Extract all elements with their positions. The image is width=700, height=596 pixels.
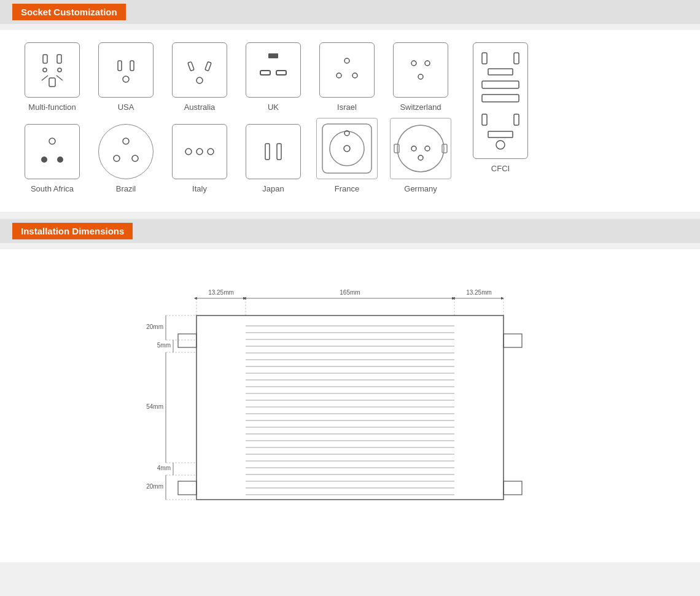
svg-point-25 [123,138,129,144]
svg-point-21 [418,74,423,79]
israel-icon [325,48,368,91]
socket-section-bar: Socket Customization [0,0,700,24]
svg-point-42 [418,155,423,160]
svg-point-19 [411,61,416,66]
socket-brazil: Brazil [92,124,160,193]
svg-rect-1 [57,55,61,63]
svg-point-17 [336,73,341,78]
svg-rect-47 [482,95,519,102]
germany-label: Germany [404,184,437,193]
australia-label: Australia [184,103,216,112]
svg-rect-14 [260,71,270,75]
svg-point-41 [425,146,430,151]
socket-italy: Italy [166,124,233,193]
multifunction-label: Multi-function [28,103,76,112]
svg-point-40 [411,146,416,151]
svg-rect-7 [118,61,122,71]
svg-rect-31 [265,144,270,160]
svg-point-20 [425,61,430,66]
uk-icon [252,48,295,91]
brazil-label: Brazil [116,184,136,193]
svg-rect-38 [394,144,399,153]
italy-label: Italy [192,184,207,193]
israel-label: Israel [337,103,357,112]
svg-rect-63 [178,334,196,347]
svg-point-26 [114,155,120,161]
australia-icon [178,48,221,91]
socket-section: Multi-function [0,30,700,212]
svg-rect-13 [268,53,278,58]
svg-text:13.25mm: 13.25mm [466,289,492,296]
svg-rect-66 [504,481,522,495]
japan-label: Japan [262,184,284,193]
socket-usa: USA [92,42,160,112]
svg-text:54mm: 54mm [146,403,163,410]
svg-point-22 [49,138,55,144]
svg-point-3 [58,68,61,72]
svg-point-29 [196,149,203,155]
cfci-icon [476,45,525,156]
diagram-container: 13.25mm 165mm 13.25mm [135,280,565,538]
svg-rect-65 [504,334,522,347]
svg-text:165mm: 165mm [340,289,360,296]
svg-point-12 [196,77,203,83]
cfci-label: CFCI [491,164,510,173]
svg-rect-8 [130,61,134,71]
uk-label: UK [268,103,279,112]
socket-grid: Multi-function [18,42,682,193]
svg-point-18 [352,73,357,78]
socket-germany: Germany [387,118,454,193]
svg-point-27 [132,155,138,161]
switzerland-icon [399,48,442,91]
install-section-bar: Installation Dimensions [0,219,700,243]
svg-rect-48 [482,114,487,125]
install-section-title: Installation Dimensions [12,223,133,239]
install-section: 13.25mm 165mm 13.25mm [0,249,700,562]
svg-rect-0 [43,55,47,63]
socket-cfci: CFCI [473,42,528,173]
usa-icon [104,48,147,91]
svg-point-16 [344,58,349,63]
svg-rect-15 [276,71,286,75]
svg-rect-45 [488,69,513,75]
italy-icon [178,130,221,173]
socket-section-title: Socket Customization [12,4,126,20]
switzerland-label: Switzerland [400,103,441,112]
svg-point-30 [208,149,214,155]
svg-rect-50 [488,131,513,137]
svg-text:4mm: 4mm [157,465,171,471]
svg-rect-11 [205,61,211,71]
svg-rect-39 [442,144,447,153]
svg-rect-62 [196,315,504,500]
socket-france: France [313,118,381,193]
germany-icon [393,121,448,176]
svg-point-28 [185,149,192,155]
socket-uk: UK [239,42,307,112]
socket-multifunction: Multi-function [18,42,86,112]
svg-rect-43 [482,53,487,64]
svg-rect-44 [514,53,519,64]
south-africa-icon [31,130,74,173]
socket-south-africa: South Africa [18,124,86,193]
svg-rect-64 [178,481,196,495]
svg-line-6 [56,75,63,80]
svg-point-37 [397,125,444,172]
svg-point-51 [496,141,505,149]
svg-text:20mm: 20mm [146,483,163,490]
socket-japan: Japan [239,124,307,193]
svg-line-5 [42,75,48,80]
svg-rect-32 [277,144,281,160]
multifunction-icon [31,48,74,91]
svg-text:13.25mm: 13.25mm [208,289,234,296]
japan-icon [252,130,295,173]
france-icon [319,121,375,176]
svg-point-2 [43,68,47,72]
svg-rect-46 [482,81,519,88]
svg-rect-49 [514,114,519,125]
svg-point-34 [330,131,364,166]
svg-point-23 [41,157,47,163]
socket-israel: Israel [313,42,381,112]
socket-australia: Australia [166,42,233,112]
svg-rect-4 [49,78,55,87]
svg-point-35 [344,145,350,152]
